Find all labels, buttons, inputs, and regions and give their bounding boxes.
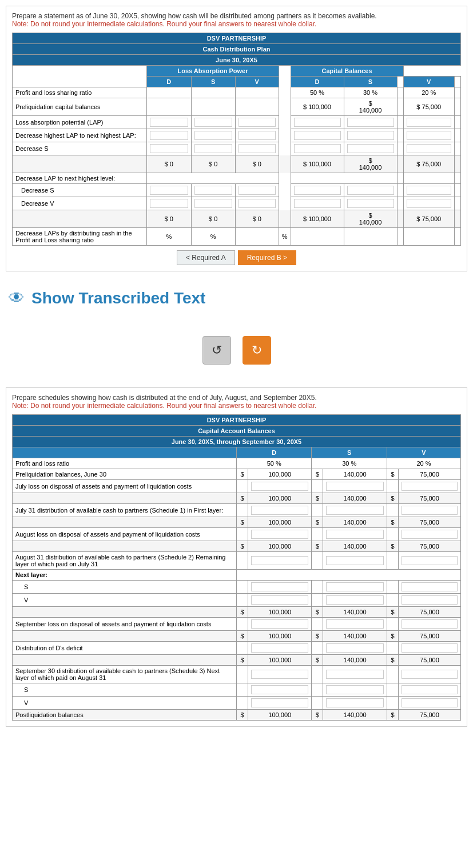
cap-s-input[interactable] <box>347 118 394 127</box>
cap-d-input[interactable] <box>294 199 341 208</box>
cap-d-input[interactable] <box>294 131 341 140</box>
cap-s-input[interactable] <box>347 144 394 153</box>
cap-d-input[interactable] <box>294 118 341 127</box>
cap-v-input[interactable] <box>407 186 451 195</box>
s-input[interactable] <box>326 670 383 679</box>
v-val: 75,000 <box>398 517 460 528</box>
s-input[interactable] <box>326 556 383 565</box>
transcribed-section[interactable]: 👁 Show Transcribed Text <box>0 277 473 319</box>
lap-v-val <box>235 87 279 98</box>
s-val: 140,000 <box>323 541 387 552</box>
s-input[interactable] <box>326 685 383 694</box>
s-input[interactable] <box>326 619 383 629</box>
lap-v-input[interactable] <box>239 131 276 140</box>
lap-v-input[interactable] <box>239 186 276 195</box>
v-input[interactable] <box>402 556 458 565</box>
v-val: 75,000 <box>398 655 460 666</box>
cap-s-input[interactable] <box>347 131 394 140</box>
cap-v-val: 20 % <box>403 87 454 98</box>
d-val: 100,000 <box>248 541 312 552</box>
lap-s-input[interactable] <box>194 118 232 127</box>
lap-d-input[interactable] <box>150 144 188 153</box>
table-row: Preliquidation capital balances $ 100,00… <box>13 98 461 116</box>
table-title3: June 30, 20X5 <box>13 55 461 66</box>
d-input[interactable] <box>251 506 308 515</box>
s-input[interactable] <box>326 643 383 653</box>
v-input[interactable] <box>402 582 458 591</box>
table-row: Loss absorption potential (LAP) <box>13 116 461 129</box>
lap-d-input[interactable] <box>150 131 188 140</box>
s-input[interactable] <box>326 530 383 539</box>
d-input[interactable] <box>251 582 308 591</box>
pct-v: % <box>279 228 291 246</box>
sub1-lap-s: $ 0 <box>191 155 235 173</box>
cap-s-input[interactable] <box>347 199 394 208</box>
cap-v-input[interactable] <box>407 199 451 208</box>
table-row: Decrease LAPs by distributing cash in th… <box>13 228 461 246</box>
required-a-button[interactable]: < Required A <box>177 250 235 265</box>
sub2-cap-s: $ 140,000 <box>344 210 397 228</box>
v-input[interactable] <box>402 698 458 707</box>
lap-d-input[interactable] <box>150 118 188 127</box>
table-row: V <box>13 594 461 607</box>
cap-v-input[interactable] <box>407 118 451 127</box>
s-input[interactable] <box>326 698 383 707</box>
v-input[interactable] <box>402 643 458 653</box>
d-input[interactable] <box>251 619 308 629</box>
lap-s-input[interactable] <box>194 131 232 140</box>
lap-v-input[interactable] <box>239 118 276 127</box>
row-label: Next layer: <box>13 570 237 581</box>
d-input[interactable] <box>251 530 308 539</box>
v-input[interactable] <box>402 670 458 679</box>
v-input[interactable] <box>402 530 458 539</box>
sub2-cap-d: $ 100,000 <box>291 210 344 228</box>
s-input[interactable] <box>326 595 383 605</box>
d-input[interactable] <box>251 698 308 707</box>
eye-icon: 👁 <box>9 289 25 307</box>
v-val: 20 % <box>387 458 460 469</box>
v-input[interactable] <box>402 595 458 605</box>
s-val: 140,000 <box>323 469 387 480</box>
s-input[interactable] <box>326 582 383 591</box>
v-input[interactable] <box>402 619 458 629</box>
d-input[interactable] <box>251 643 308 653</box>
lap-s-input[interactable] <box>194 144 232 153</box>
lap-d-val <box>147 98 191 116</box>
rotate-right-button[interactable]: ↻ <box>243 336 271 365</box>
lap-d-input[interactable] <box>150 186 188 195</box>
d-input[interactable] <box>251 685 308 694</box>
d-input[interactable] <box>251 482 308 491</box>
cap-s-input[interactable] <box>347 186 394 195</box>
lap-v-input[interactable] <box>239 144 276 153</box>
required-b-button[interactable]: Required B > <box>238 250 296 265</box>
lap-s-input[interactable] <box>194 199 232 208</box>
cap-d-input[interactable] <box>294 186 341 195</box>
table-row: S <box>13 581 461 594</box>
cap-v-input[interactable] <box>407 131 451 140</box>
lap-s-input[interactable] <box>194 186 232 195</box>
col-d-header: D <box>237 447 312 458</box>
v-input[interactable] <box>402 685 458 694</box>
row-label: Decrease V <box>13 197 147 210</box>
cap-d-input[interactable] <box>294 144 341 153</box>
nav-buttons: < Required A Required B > <box>12 250 461 265</box>
table-row: September 30 distribution of available c… <box>13 666 461 683</box>
table-row: Postliquidation balances $ 100,000 $ 140… <box>13 710 461 721</box>
table2-title1: DSV PARTNERSHIP <box>13 415 461 426</box>
d-val: 100,000 <box>248 631 312 642</box>
v-input[interactable] <box>402 482 458 491</box>
d-input[interactable] <box>251 595 308 605</box>
d-input[interactable] <box>251 556 308 565</box>
table-title1: DSV PARTNERSHIP <box>13 33 461 44</box>
row-label: September 30 distribution of available c… <box>13 666 237 683</box>
row-label: Decrease LAP to next highest level: <box>13 173 147 184</box>
s-input[interactable] <box>326 482 383 491</box>
s-input[interactable] <box>326 506 383 515</box>
rotate-left-button[interactable]: ↺ <box>202 336 231 365</box>
rotate-left-icon: ↺ <box>212 343 222 358</box>
lap-v-input[interactable] <box>239 199 276 208</box>
v-input[interactable] <box>402 506 458 515</box>
d-input[interactable] <box>251 670 308 679</box>
lap-d-input[interactable] <box>150 199 188 208</box>
cap-v-input[interactable] <box>407 144 451 153</box>
